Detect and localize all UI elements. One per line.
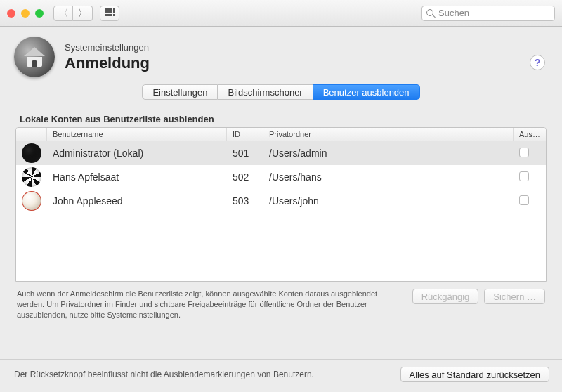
forward-button[interactable]: 〉	[73, 6, 93, 21]
table-row[interactable]: Administrator (Lokal)501/Users/admin	[16, 141, 546, 165]
cell-id: 503	[227, 193, 263, 209]
tab-benutzer-ausblenden[interactable]: Benutzer ausblenden	[313, 84, 420, 100]
cell-home: /Users/hans	[263, 169, 514, 185]
chevron-left-icon: 〈	[59, 7, 68, 20]
content-panel: Lokale Konten aus Benutzerliste ausblend…	[15, 111, 547, 359]
cell-username: Hans Apfelsaat	[47, 169, 227, 185]
save-button[interactable]: Sichern …	[484, 289, 545, 304]
col-id[interactable]: ID	[227, 128, 263, 141]
traffic-lights	[7, 9, 44, 18]
titlebar: 〈 〉 Suchen	[0, 0, 562, 27]
hide-checkbox[interactable]	[519, 171, 529, 181]
nav-buttons: 〈 〉	[53, 6, 93, 21]
tab-bildschirmschoner[interactable]: Bildschirmschoner	[218, 84, 313, 100]
user-avatar-icon	[22, 191, 41, 211]
maximize-window-button[interactable]	[35, 9, 44, 18]
user-avatar-icon	[22, 167, 41, 187]
help-icon: ?	[535, 57, 541, 68]
col-username[interactable]: Benutzername	[47, 128, 227, 141]
revert-button[interactable]: Rückgängig	[412, 289, 479, 304]
hide-checkbox[interactable]	[519, 148, 529, 157]
page-title: Anmeldung	[65, 54, 150, 72]
header: Systemeinstellungen Anmeldung ?	[0, 27, 562, 80]
show-all-button[interactable]	[100, 6, 119, 21]
chevron-right-icon: 〉	[78, 7, 87, 20]
search-icon	[426, 9, 435, 18]
search-placeholder: Suchen	[438, 8, 469, 18]
section-note: Auch wenn der Anmeldeschirm die Benutzer…	[17, 289, 407, 320]
col-icon[interactable]	[16, 128, 47, 141]
pane-icon	[14, 37, 55, 77]
tabs: Einstellungen Bildschirmschoner Benutzer…	[0, 84, 562, 100]
table-row[interactable]: Hans Apfelsaat502/Users/hans	[16, 165, 546, 189]
minimize-window-button[interactable]	[21, 9, 30, 18]
table-header: Benutzername ID Privatordner Aus…	[16, 128, 546, 141]
cell-username: Administrator (Lokal)	[47, 145, 227, 161]
below-table-row: Auch wenn der Anmeldeschirm die Benutzer…	[15, 282, 547, 320]
cell-home: /Users/john	[263, 193, 514, 209]
back-button[interactable]: 〈	[53, 6, 73, 21]
house-icon	[24, 47, 45, 67]
tab-einstellungen[interactable]: Einstellungen	[142, 84, 218, 100]
table-body: Administrator (Lokal)501/Users/adminHans…	[16, 141, 546, 213]
user-table: Benutzername ID Privatordner Aus… Admini…	[15, 127, 547, 282]
table-row[interactable]: John Appleseed503/Users/john	[16, 189, 546, 213]
col-home[interactable]: Privatordner	[263, 128, 514, 141]
col-hide[interactable]: Aus…	[514, 128, 546, 141]
search-field[interactable]: Suchen	[422, 6, 555, 21]
cell-home: /Users/admin	[263, 145, 514, 161]
user-avatar-icon	[22, 143, 41, 163]
close-window-button[interactable]	[7, 9, 15, 18]
footer: Der Rücksetzknopf beeinflusst nicht die …	[0, 359, 562, 392]
cell-id: 502	[227, 169, 263, 185]
footer-note: Der Rücksetzknopf beeinflusst nicht die …	[14, 370, 314, 379]
section-label: Lokale Konten aus Benutzerliste ausblend…	[20, 114, 547, 124]
help-button[interactable]: ?	[530, 55, 545, 70]
hide-checkbox[interactable]	[519, 195, 529, 205]
breadcrumb[interactable]: Systemeinstellungen	[65, 42, 150, 53]
cell-username: John Appleseed	[47, 193, 227, 209]
grid-icon	[105, 8, 115, 18]
reset-button[interactable]: Alles auf Standard zurücksetzen	[400, 367, 549, 382]
cell-id: 501	[227, 145, 263, 161]
